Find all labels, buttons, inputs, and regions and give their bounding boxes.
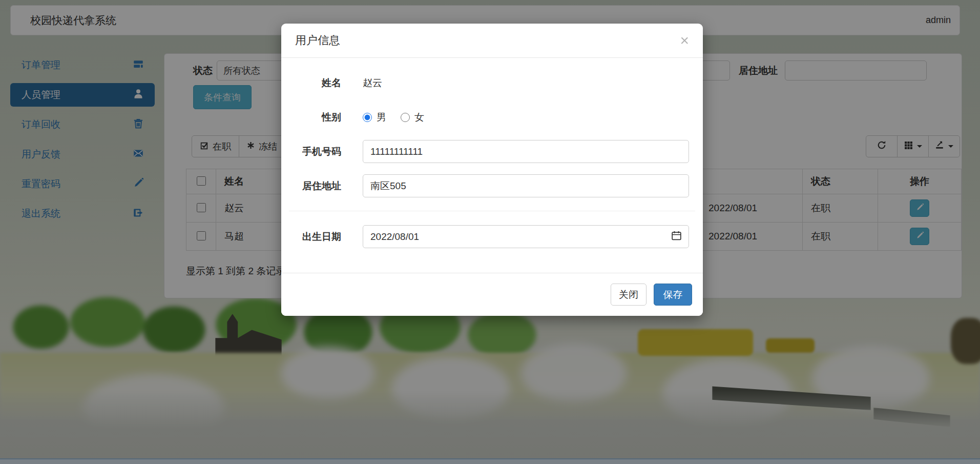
name-label: 姓名 bbox=[295, 76, 363, 90]
phone-input[interactable] bbox=[363, 140, 689, 163]
close-icon[interactable]: × bbox=[680, 33, 689, 48]
phone-label: 手机号码 bbox=[295, 145, 363, 158]
gender-male-radio[interactable] bbox=[363, 113, 372, 122]
gender-male-option[interactable]: 男 bbox=[363, 111, 386, 124]
birth-field-row: 出生日期 2022/08/01 bbox=[295, 225, 689, 248]
phone-field-row: 手机号码 bbox=[295, 140, 689, 163]
birth-label: 出生日期 bbox=[295, 230, 363, 244]
address-input[interactable] bbox=[363, 174, 689, 197]
modal-title: 用户信息 bbox=[295, 33, 340, 48]
form-divider bbox=[289, 211, 695, 211]
birth-date-input[interactable]: 2022/08/01 bbox=[363, 225, 689, 248]
calendar-icon[interactable] bbox=[672, 231, 681, 243]
modal-close-button[interactable]: 关闭 bbox=[611, 284, 647, 306]
gender-female-option[interactable]: 女 bbox=[401, 111, 424, 124]
name-value: 赵云 bbox=[363, 76, 382, 90]
address-field-row: 居住地址 bbox=[295, 174, 689, 197]
gender-radio-group: 男 女 bbox=[363, 111, 424, 124]
address-label: 居住地址 bbox=[295, 179, 363, 193]
modal-footer: 关闭 保存 bbox=[281, 273, 703, 316]
modal-header: 用户信息 × bbox=[281, 24, 703, 58]
gender-label: 性别 bbox=[295, 111, 363, 124]
modal-body: 姓名 赵云 性别 男 女 手机号码 bbox=[281, 58, 703, 248]
gender-male-label: 男 bbox=[377, 111, 386, 124]
user-info-modal: 用户信息 × 姓名 赵云 性别 男 女 bbox=[281, 24, 703, 316]
gender-field-row: 性别 男 女 bbox=[295, 106, 689, 129]
gender-female-label: 女 bbox=[414, 111, 424, 124]
modal-save-button[interactable]: 保存 bbox=[654, 284, 692, 306]
name-field-row: 姓名 赵云 bbox=[295, 71, 689, 94]
gender-female-radio[interactable] bbox=[401, 113, 410, 122]
birth-date-value: 2022/08/01 bbox=[370, 231, 672, 243]
